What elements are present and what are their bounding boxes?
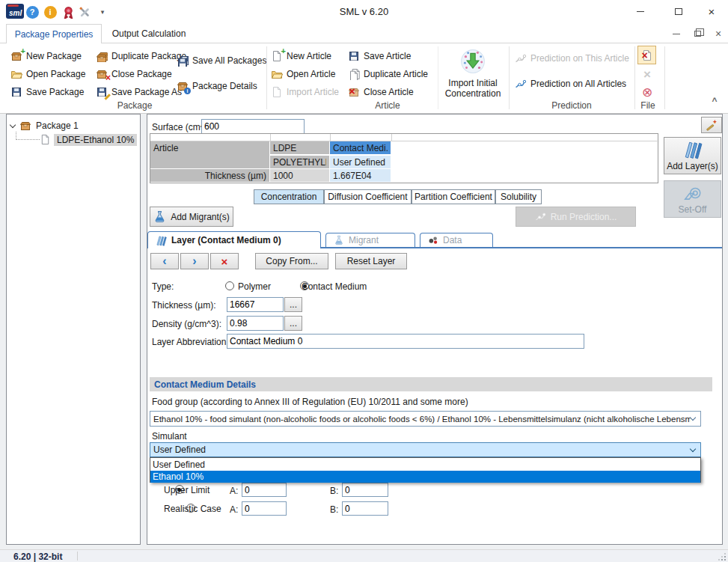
- grid-cell-polymer-type[interactable]: POLYETHYLE...: [270, 156, 330, 169]
- add-layers-button[interactable]: Add Layer(s): [664, 137, 721, 174]
- minimize-button[interactable]: [623, 0, 657, 22]
- density-input[interactable]: [227, 316, 284, 331]
- layer-abbreviation-input[interactable]: [227, 334, 584, 349]
- save-all-packages-icon: [177, 55, 189, 67]
- grid-cell-contact-name-selected[interactable]: Contact Medi...: [330, 141, 391, 155]
- save-article-label: Save Article: [364, 51, 411, 61]
- import-article-label: Import Article: [287, 87, 339, 97]
- polymer-radio-label[interactable]: Polymer: [238, 281, 271, 292]
- duplicate-article-button[interactable]: Duplicate Article: [348, 67, 428, 82]
- dropdown-option-ethanol-10[interactable]: Ethanol 10%: [150, 471, 700, 483]
- open-article-button[interactable]: Open Article: [271, 67, 335, 82]
- grid-line: [270, 134, 271, 141]
- delete-layer-button[interactable]: ×: [210, 253, 239, 269]
- save-package-as-button[interactable]: Save Package As: [96, 85, 182, 100]
- magic-wand-icon: [706, 119, 718, 131]
- polymer-radio[interactable]: [225, 281, 234, 290]
- next-layer-button[interactable]: ›: [180, 253, 209, 269]
- grid-cell-contact-thickness[interactable]: 1.667E04: [330, 169, 391, 183]
- close-button[interactable]: ×: [695, 0, 728, 22]
- tab-layer[interactable]: Layer (Contact Medium 0): [147, 231, 321, 248]
- prediction-all-articles-button[interactable]: Prediction on All Articles: [515, 76, 626, 91]
- dropdown-arrow-icon: [690, 415, 696, 421]
- surface-input[interactable]: [201, 119, 305, 134]
- close-badge-icon: ×: [105, 73, 111, 82]
- food-group-value: Ethanol 10% - food simulant (non-alcohol…: [150, 415, 691, 424]
- duplicate-package-button[interactable]: Duplicate Package: [96, 49, 186, 64]
- tab-concentration[interactable]: Concentration: [254, 189, 324, 204]
- tab-package-properties[interactable]: Package Properties: [6, 24, 102, 43]
- import-article-button[interactable]: Import Article: [271, 85, 339, 100]
- density-browse-button[interactable]: ...: [284, 316, 302, 331]
- grid-cell-contact-type[interactable]: User Defined: [330, 156, 391, 169]
- realistic-case-label[interactable]: Realistic Case: [164, 504, 221, 514]
- file-close-all-button-disabled[interactable]: ×: [639, 67, 655, 83]
- previous-layer-button[interactable]: ‹: [150, 253, 179, 269]
- package-tree-panel: Package 1 LDPE-Ethanol 10%: [6, 114, 141, 545]
- tab-output-calculation[interactable]: Output Calculation: [105, 24, 193, 43]
- add-migrants-label: Add Migrant(s): [171, 212, 230, 222]
- mdi-close-button[interactable]: ×: [710, 26, 727, 41]
- layer-wizard-button[interactable]: [701, 117, 722, 133]
- add-migrants-button[interactable]: Add Migrant(s): [150, 207, 233, 227]
- save-all-packages-button[interactable]: Save All Packages: [177, 53, 266, 68]
- titlebar: sml ? i ▾ SML v 6.20 ×: [0, 0, 728, 22]
- ribbon-collapse-button[interactable]: ^: [708, 96, 721, 108]
- upper-limit-label[interactable]: Upper Limit: [164, 485, 209, 495]
- prediction-this-article-icon: [515, 52, 527, 64]
- grid-cell-polymer-name[interactable]: LDPE: [270, 141, 330, 155]
- grid-article-header-cell: Article: [150, 141, 270, 169]
- open-package-button[interactable]: Open Package: [10, 67, 85, 82]
- dropdown-option-user-defined[interactable]: User Defined: [150, 458, 700, 471]
- set-off-button[interactable]: Set-Off: [664, 180, 721, 218]
- prediction-this-article-button[interactable]: Prediction on This Article: [515, 51, 629, 66]
- reset-layer-button[interactable]: Reset Layer: [335, 253, 407, 269]
- mdi-minimize-button[interactable]: [668, 26, 685, 41]
- realistic-a-input[interactable]: [242, 501, 287, 516]
- file-exit-button[interactable]: ⊗: [639, 84, 655, 100]
- chevron-right-icon: ›: [192, 254, 196, 268]
- tab-data[interactable]: Data: [420, 233, 493, 247]
- food-group-select[interactable]: Ethanol 10% - food simulant (non-alcohol…: [150, 411, 701, 427]
- tab-layer-label: Layer (Contact Medium 0): [171, 235, 281, 245]
- contact-medium-radio-label[interactable]: Contact Medium: [302, 281, 367, 292]
- tree-expander-icon[interactable]: [10, 121, 16, 127]
- thickness-input[interactable]: [227, 297, 284, 312]
- tree-item-article[interactable]: LDPE-Ethanol 10%: [40, 133, 137, 146]
- close-article-button[interactable]: × Close Article: [348, 85, 414, 100]
- grid-line: [391, 134, 392, 141]
- add-layers-label: Add Layer(s): [667, 161, 718, 171]
- package-details-button[interactable]: i Package Details: [177, 79, 257, 94]
- article-file-icon: [40, 134, 51, 145]
- layer-abbreviation-label: Layer Abbreviation:: [152, 337, 229, 347]
- save-package-button[interactable]: Save Package: [10, 85, 84, 100]
- duplicate-article-icon: [348, 68, 360, 80]
- file-close-button[interactable]: ×: [637, 46, 656, 64]
- maximize-button[interactable]: [661, 0, 695, 22]
- mdi-restore-button[interactable]: [689, 26, 706, 41]
- thickness-browse-button[interactable]: ...: [284, 297, 302, 312]
- tab-partition-coefficient[interactable]: Partition Coefficient: [412, 189, 495, 204]
- package-details-icon: i: [177, 80, 189, 92]
- save-article-button[interactable]: Save Article: [348, 49, 411, 64]
- import-article-icon: [271, 86, 283, 98]
- new-package-button[interactable]: + New Package: [10, 49, 82, 64]
- prediction-group-label: Prediction: [512, 100, 631, 111]
- upper-a-input[interactable]: [242, 483, 287, 497]
- tab-diffusion-coefficient[interactable]: Diffusion Coefficient: [324, 189, 412, 204]
- grid-cell-polymer-thickness[interactable]: 1000: [270, 169, 330, 183]
- upper-b-input[interactable]: [342, 483, 388, 497]
- tab-migrant[interactable]: Migrant: [325, 233, 415, 247]
- close-package-button[interactable]: × Close Package: [96, 67, 172, 82]
- close-package-label: Close Package: [111, 69, 172, 79]
- realistic-b-input[interactable]: [342, 501, 388, 516]
- run-prediction-button[interactable]: Run Prediction...: [516, 207, 636, 227]
- close-badge-icon: ×: [642, 50, 648, 61]
- resize-grip[interactable]: [717, 553, 726, 561]
- tab-solubility[interactable]: Solubility: [495, 189, 542, 204]
- simulant-combobox[interactable]: User Defined: [150, 442, 701, 457]
- prediction-graph-icon: [535, 211, 546, 222]
- copy-from-button[interactable]: Copy From...: [255, 253, 328, 269]
- tree-item-package[interactable]: Package 1: [10, 119, 79, 132]
- new-article-button[interactable]: + New Article: [271, 49, 331, 64]
